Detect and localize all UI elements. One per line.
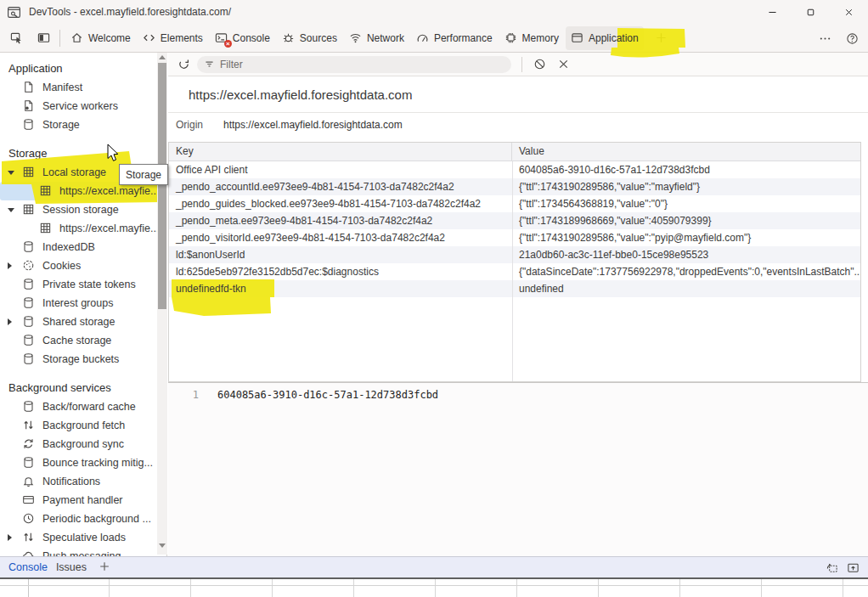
window-title: DevTools - excel.mayfield.foresightdata.… xyxy=(29,6,231,18)
close-icon[interactable] xyxy=(830,0,868,24)
drawer-bar: ConsoleIssues xyxy=(0,556,868,577)
tab-sources[interactable]: Sources xyxy=(277,26,342,50)
panel-up-icon[interactable] xyxy=(847,561,860,574)
sidebar-item-shared-storage[interactable]: Shared storage xyxy=(0,313,166,331)
table-row[interactable]: _pendo_visitorId.ee973ee9-4b81-4154-7103… xyxy=(169,229,860,246)
inspect-icon[interactable] xyxy=(5,27,27,49)
sidebar-section-application: Application Manifest Service workers xyxy=(0,59,166,134)
scroll-down-icon[interactable] xyxy=(159,543,166,548)
column-divider[interactable] xyxy=(512,161,513,381)
storage-toolbar xyxy=(168,53,868,76)
table-row[interactable]: undefinedfd-tkn undefined xyxy=(169,280,860,297)
origin-heading: https://excel.mayfield.foresightdata.com xyxy=(189,87,412,102)
device-icon[interactable] xyxy=(32,27,54,49)
network-icon xyxy=(349,31,363,45)
devtools-tabbar: Welcome Elements Console Sources xyxy=(0,24,868,53)
table-row[interactable]: _pendo_guides_blocked.ee973ee9-4b81-4154… xyxy=(169,195,860,212)
tab-performance[interactable]: Performance xyxy=(411,26,498,50)
row-value: {"dataSinceDate":1737756922978,"droppedE… xyxy=(512,263,860,280)
drawer-tab-console[interactable]: Console xyxy=(8,561,48,573)
storage-origin-header: https://excel.mayfield.foresightdata.com xyxy=(168,76,868,113)
window-controls xyxy=(753,0,868,24)
help-icon[interactable] xyxy=(841,27,863,49)
scroll-up-icon[interactable] xyxy=(159,55,166,59)
add-tab-button[interactable] xyxy=(651,27,673,49)
sidebar-item-cache-storage[interactable]: Cache storage xyxy=(0,331,166,350)
table-row[interactable]: ld:$anonUserId 21a0db60-ac3c-11ef-bbe0-1… xyxy=(169,246,860,263)
section-header: Application xyxy=(0,59,166,78)
sidebar-item-manifest[interactable]: Manifest xyxy=(0,78,166,97)
row-key: _pendo_meta.ee973ee9-4b81-4154-7103-da74… xyxy=(176,215,432,227)
expander[interactable] xyxy=(5,318,22,325)
scrollbar-thumb[interactable] xyxy=(158,63,166,309)
sidebar-item-push-messaging[interactable]: Push messaging xyxy=(0,547,166,556)
sidebar-item-storage-buckets[interactable]: Storage buckets xyxy=(0,350,166,369)
column-header-value[interactable]: Value xyxy=(512,143,860,161)
close-x-icon[interactable] xyxy=(553,55,573,74)
sidebar-item-service-workers[interactable]: Service workers xyxy=(0,97,166,115)
expander[interactable] xyxy=(5,262,22,269)
sidebar-item-bounce-tracking-mitig[interactable]: Bounce tracking mitig... xyxy=(0,453,166,472)
expander[interactable] xyxy=(5,171,22,175)
database-icon xyxy=(22,352,36,366)
bell-icon xyxy=(22,475,36,488)
sidebar-item-periodic-background[interactable]: Periodic background ... xyxy=(0,510,166,528)
tab-network[interactable]: Network xyxy=(344,26,409,50)
sidebar-item-session-storage[interactable]: Session storage xyxy=(0,200,166,219)
window-edge xyxy=(0,577,868,579)
column-header-key[interactable]: Key xyxy=(169,143,512,161)
sidebar-scrollbar[interactable] xyxy=(157,53,167,555)
service-worker-icon xyxy=(22,99,36,113)
tab-elements[interactable]: Elements xyxy=(138,26,208,50)
sources-icon xyxy=(282,31,296,45)
sidebar-item-background-sync[interactable]: Background sync xyxy=(0,435,166,453)
row-key: _pendo_guides_blocked.ee973ee9-4b81-4154… xyxy=(176,198,481,210)
sidebar-item-interest-groups[interactable]: Interest groups xyxy=(0,294,166,313)
expander[interactable] xyxy=(5,534,22,541)
sidebar-item-cookies[interactable]: Cookies xyxy=(0,256,166,275)
sidebar-item-notifications[interactable]: Notifications xyxy=(0,472,166,491)
dock-icon[interactable] xyxy=(826,561,838,574)
table-row[interactable]: ld:625de5eb972fe3152db5d7ec:$diagnostics… xyxy=(169,263,860,280)
sidebar-item-private-state-tokens[interactable]: Private state tokens xyxy=(0,275,166,294)
tab-application[interactable]: Application xyxy=(566,26,644,50)
divider xyxy=(521,57,522,72)
dots-icon[interactable] xyxy=(814,27,836,49)
sync-icon xyxy=(22,437,36,451)
maximize-icon[interactable] xyxy=(792,0,830,24)
tab-memory[interactable]: Memory xyxy=(499,26,564,50)
filter-box[interactable] xyxy=(197,56,511,73)
tab-console[interactable]: Console xyxy=(210,26,275,50)
table-row[interactable]: _pendo_meta.ee973ee9-4b81-4154-7103-da74… xyxy=(169,212,860,229)
memory-icon xyxy=(504,31,518,45)
sidebar-item-back-forward-cache[interactable]: Back/forward cache xyxy=(0,397,166,416)
console-icon xyxy=(215,31,228,45)
local-storage-panel: https://excel.mayfield.foresightdata.com… xyxy=(168,53,868,556)
sidebar-item-indexeddb[interactable]: IndexedDB xyxy=(0,238,166,256)
table-header: Key Value xyxy=(169,143,860,161)
table-row[interactable]: Office API client 604085a6-3910-d16c-57a… xyxy=(169,161,860,178)
sidebar-item-payment-handler[interactable]: Payment handler xyxy=(0,491,166,510)
storage-tooltip: Storage xyxy=(119,164,168,185)
block-icon[interactable] xyxy=(529,55,550,74)
row-value: {"ttl":1734564368819,"value":"0"} xyxy=(512,195,860,212)
table-row[interactable]: _pendo_accountId.ee973ee9-4b81-4154-7103… xyxy=(169,178,860,195)
performance-icon xyxy=(416,31,430,45)
sidebar-item-storage[interactable]: Storage xyxy=(0,115,166,134)
tab-welcome[interactable]: Welcome xyxy=(65,26,136,50)
row-value: undefined xyxy=(512,280,860,297)
sidebar-item-background-fetch[interactable]: Background fetch xyxy=(0,416,166,435)
expander[interactable] xyxy=(5,208,22,212)
minimize-icon[interactable] xyxy=(753,0,792,24)
sidebar-section-background-services: Background services Back/forward cache B… xyxy=(0,379,166,556)
sidebar-item-https-excel-mayfie[interactable]: https://excel.mayfie... xyxy=(0,219,166,238)
sidebar-item-speculative-loads[interactable]: Speculative loads xyxy=(0,528,166,547)
line-number: 1 xyxy=(168,389,199,556)
drawer-add-tab-button[interactable] xyxy=(99,560,112,574)
filter-input[interactable] xyxy=(220,59,492,70)
value-preview-pane: 1 604085a6-3910-d16c-57a1-12d738d3fcbd xyxy=(168,382,868,556)
drawer-tab-issues[interactable]: Issues xyxy=(56,561,87,573)
refresh-icon[interactable] xyxy=(175,56,192,73)
row-key: _pendo_visitorId.ee973ee9-4b81-4154-7103… xyxy=(176,232,445,244)
section-header: Background services xyxy=(0,379,166,397)
